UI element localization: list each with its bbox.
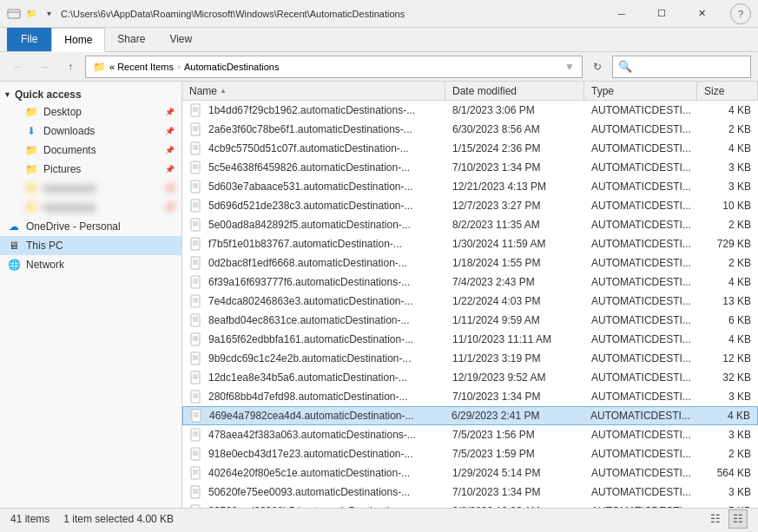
sidebar-item-blurred1[interactable]: 📁 xxxxxxxxxx 📌 xyxy=(0,179,181,198)
table-row[interactable]: 5d696d521de238c3.automaticDestination-..… xyxy=(182,196,758,215)
minimize-button[interactable]: ─ xyxy=(602,0,642,28)
file-date: 12/21/2023 4:13 PM xyxy=(445,177,584,195)
sidebar-item-network[interactable]: 🌐 Network xyxy=(0,255,181,274)
svg-rect-29 xyxy=(191,238,200,250)
address-box[interactable]: 📁 « Recent Items › AutomaticDestinations… xyxy=(85,56,583,78)
svg-rect-61 xyxy=(191,391,200,403)
up-button[interactable]: ↑ xyxy=(59,56,82,78)
table-row[interactable]: 12dc1ea8e34b5a6.automaticDestination-...… xyxy=(182,368,758,387)
file-name: 50620fe75ee0093.automaticDestinations-..… xyxy=(182,483,445,501)
col-header-name[interactable]: Name ▲ xyxy=(182,82,445,100)
table-row[interactable]: 280f68bb4d7efd98.automaticDestination-..… xyxy=(182,387,758,406)
file-icon xyxy=(189,180,203,194)
column-headers: Name ▲ Date modified Type Size xyxy=(182,82,758,101)
file-list[interactable]: Name ▲ Date modified Type Size xyxy=(182,82,758,508)
table-row[interactable]: 6f39a16f693777f6.automaticDestinations-.… xyxy=(182,273,758,292)
downloads-icon: ⬇ xyxy=(24,124,38,138)
details-view-button[interactable]: ☷ xyxy=(706,509,725,529)
file-type: AUTOMATICDESTI... xyxy=(584,444,697,463)
svg-rect-57 xyxy=(191,371,200,384)
file-name: 5c5e4638f6459826.automaticDestination-..… xyxy=(182,158,445,176)
file-date: 11/10/2023 11:11 AM xyxy=(445,330,584,348)
file-type: AUTOMATICDESTI... xyxy=(584,330,697,348)
refresh-button[interactable]: ↻ xyxy=(586,56,609,78)
breadcrumb-sep: › xyxy=(177,61,181,73)
forward-button[interactable]: → xyxy=(33,56,56,78)
title-bar-path: C:\Users\6v\AppData\Roaming\Microsoft\Wi… xyxy=(61,9,597,19)
file-icon xyxy=(189,466,203,480)
file-name: 5d696d521de238c3.automaticDestination-..… xyxy=(182,196,445,214)
ribbon-tabs: File Home Share View xyxy=(0,28,758,51)
table-row[interactable]: 50620fe75ee0093.automaticDestinations-..… xyxy=(182,483,758,502)
file-name: 9a165f62edbbfa161.automaticDestination-.… xyxy=(182,330,445,348)
file-date: 1/11/2024 9:59 AM xyxy=(445,311,584,329)
file-size: 3 KB xyxy=(697,387,758,405)
file-icon xyxy=(189,313,203,327)
file-date: 1/18/2024 1:55 PM xyxy=(445,253,584,272)
tab-share[interactable]: Share xyxy=(105,28,157,51)
table-row[interactable]: 5e00ad8a842892f5.automaticDestination-..… xyxy=(182,215,758,234)
table-row[interactable]: 40264e20f80e5c1e.automaticDestination-..… xyxy=(182,463,758,483)
sidebar-item-onedrive[interactable]: ☁ OneDrive - Personal xyxy=(0,217,181,236)
tab-file[interactable]: File xyxy=(7,28,51,51)
search-box[interactable]: 🔍 xyxy=(612,56,751,78)
file-name: 478aea42f383a063.automaticDestinations-.… xyxy=(182,425,445,443)
tab-home[interactable]: Home xyxy=(51,28,105,52)
back-button[interactable]: ← xyxy=(7,56,30,78)
table-row[interactable]: 8eafbd04ec8631ce.automaticDestination-..… xyxy=(182,311,758,330)
file-size: 729 KB xyxy=(697,234,758,253)
main-layout: ▼ Quick access 📁 Desktop 📌 ⬇ Downloads 📌… xyxy=(0,82,758,508)
table-row[interactable]: f7b5f1e01b83767.automaticDestination-...… xyxy=(182,234,758,253)
file-date: 7/10/2023 1:34 PM xyxy=(445,483,584,501)
section-quick-access[interactable]: ▼ Quick access xyxy=(0,85,181,102)
table-row[interactable]: 9b9cdc69c1c24e2b.automaticDestination-..… xyxy=(182,349,758,368)
table-row[interactable]: 469e4a7982cea4d4.automaticDestination-..… xyxy=(182,406,758,425)
help-button[interactable]: ? xyxy=(730,3,751,24)
table-row[interactable]: 93769acd93280b5d.automaticDestination-..… xyxy=(182,502,758,508)
table-row[interactable]: 4cb9c5750d51c07f.automaticDestination-..… xyxy=(182,139,758,158)
file-date: 8/2/2023 11:35 AM xyxy=(445,215,584,233)
file-date: 7/5/2023 1:59 PM xyxy=(445,444,584,463)
folder-icon: 📁 xyxy=(93,61,106,73)
sidebar-item-desktop[interactable]: 📁 Desktop 📌 xyxy=(0,102,181,122)
sidebar-item-blurred2[interactable]: 📁 xxxxxxxxxx 📌 xyxy=(0,198,181,217)
close-button[interactable]: ✕ xyxy=(682,0,722,28)
table-row[interactable]: 0d2bac8f1edf6668.automaticDestination-..… xyxy=(182,253,758,273)
sidebar-item-documents[interactable]: 📁 Documents 📌 xyxy=(0,141,181,160)
selection-info: 1 item selected 4.00 KB xyxy=(63,513,174,525)
file-type: AUTOMATICDESTI... xyxy=(584,101,697,119)
list-view-button[interactable]: ☷ xyxy=(728,509,748,529)
sidebar-item-thispc[interactable]: 🖥 This PC xyxy=(0,236,181,255)
file-name: 5d603e7abaace531.automaticDestination-..… xyxy=(182,177,445,195)
table-row[interactable]: 7e4dca80246863e3.automaticDestination-..… xyxy=(182,292,758,311)
sidebar-item-downloads[interactable]: ⬇ Downloads 📌 xyxy=(0,122,181,141)
pin-icon: 📌 xyxy=(165,203,175,212)
file-name: 40264e20f80e5c1e.automaticDestination-..… xyxy=(182,463,445,482)
col-header-type[interactable]: Type xyxy=(584,82,697,100)
pin-icon: 📌 xyxy=(165,108,175,116)
maximize-button[interactable]: ☐ xyxy=(642,0,682,28)
table-row[interactable]: 918e0ecb43d17e23.automaticDestination-..… xyxy=(182,444,758,463)
file-size: 3 KB xyxy=(697,158,758,176)
table-row[interactable]: 478aea42f383a063.automaticDestinations-.… xyxy=(182,425,758,444)
file-name: 469e4a7982cea4d4.automaticDestination-..… xyxy=(183,407,445,424)
file-size: 3 KB xyxy=(697,483,758,501)
col-header-size[interactable]: Size xyxy=(697,82,758,100)
table-row[interactable]: 5d603e7abaace531.automaticDestination-..… xyxy=(182,177,758,196)
file-size: 2 KB xyxy=(697,120,758,138)
file-icon xyxy=(189,294,203,308)
svg-rect-41 xyxy=(191,295,200,307)
item-count: 41 items xyxy=(10,513,49,525)
table-row[interactable]: 2a6e3f60c78be6f1.automaticDestinations-.… xyxy=(182,120,758,139)
file-date: 7/10/2023 1:34 PM xyxy=(445,158,584,176)
table-row[interactable]: 9a165f62edbbfa161.automaticDestination-.… xyxy=(182,330,758,349)
file-size: 4 KB xyxy=(697,139,758,157)
ribbon: File Home Share View xyxy=(0,28,758,52)
svg-rect-45 xyxy=(191,314,200,326)
breadcrumb-recent: « Recent Items xyxy=(109,62,174,72)
table-row[interactable]: 1b4dd67f29cb1962.automaticDestinations-.… xyxy=(182,101,758,120)
tab-view[interactable]: View xyxy=(157,28,204,51)
col-header-date[interactable]: Date modified xyxy=(445,82,584,100)
table-row[interactable]: 5c5e4638f6459826.automaticDestination-..… xyxy=(182,158,758,177)
sidebar-item-pictures[interactable]: 📁 Pictures 📌 xyxy=(0,160,181,179)
